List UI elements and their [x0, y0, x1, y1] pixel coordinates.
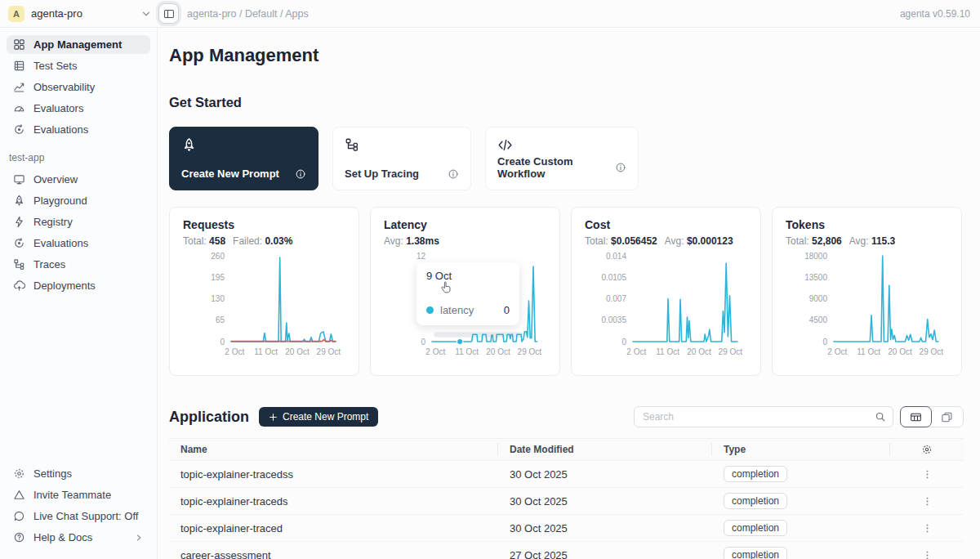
sidebar-item-settings[interactable]: Settings	[7, 464, 150, 483]
svg-text:29 Oct: 29 Oct	[920, 347, 944, 356]
table-row[interactable]: topic-explainer-traced 30 Oct 2025 compl…	[169, 515, 964, 542]
table-row[interactable]: career-assessment 27 Oct 2025 completion	[169, 542, 964, 559]
sidebar-item-overview[interactable]: Overview	[7, 170, 150, 189]
column-settings	[890, 443, 964, 456]
svg-text:29 Oct: 29 Oct	[518, 347, 542, 356]
application-title: Application	[169, 409, 249, 426]
info-icon[interactable]	[615, 162, 626, 173]
sidebar-item-observability[interactable]: Observability	[7, 78, 150, 96]
code-icon	[497, 137, 626, 153]
sidebar-item-help-docs[interactable]: Help & Docs	[7, 528, 150, 547]
sidebar-toggle-button[interactable]	[158, 3, 179, 24]
create-new-prompt-card[interactable]: Create New Prompt	[169, 127, 318, 190]
arrows-clockwise-icon	[13, 123, 25, 136]
app-name[interactable]: topic-explainer-tracedss	[169, 468, 498, 481]
applications-table: Name Date Modified Type topic-explainer-…	[169, 438, 964, 559]
chart-stats: Total: 458Failed: 0.03%	[183, 235, 345, 247]
column-header-type[interactable]: Type	[712, 443, 890, 456]
kebab-menu-icon[interactable]	[922, 496, 933, 507]
sidebar-item-label: Invite Teammate	[33, 489, 111, 501]
table-view-icon	[910, 411, 922, 423]
requests-line-chart[interactable]: 2601951306502 Oct11 Oct20 Oct29 Oct	[183, 253, 347, 359]
search-box	[634, 406, 893, 427]
sidebar-footer: Settings Invite Teammate Live Chat Suppo…	[7, 464, 150, 549]
lightning-icon	[13, 216, 25, 228]
create-custom-workflow-card[interactable]: Create Custom Workflow	[485, 127, 639, 190]
create-new-prompt-button[interactable]: Create New Prompt	[259, 407, 378, 427]
sidebar-item-playground[interactable]: Playground	[7, 191, 150, 210]
set-up-tracing-card[interactable]: Set Up Tracing	[332, 127, 471, 190]
workspace-selector[interactable]: A agenta-pro	[0, 6, 152, 22]
svg-text:29 Oct: 29 Oct	[719, 347, 743, 356]
svg-text:0.0035: 0.0035	[601, 315, 626, 324]
cost-line-chart[interactable]: 0.0140.01050.0070.003502 Oct11 Oct20 Oct…	[585, 253, 749, 359]
chart-title: Latency	[384, 218, 546, 231]
column-header-date-modified[interactable]: Date Modified	[498, 443, 712, 456]
cloud-upload-icon	[13, 280, 25, 292]
svg-text:11 Oct: 11 Oct	[254, 347, 278, 356]
sidebar-item-label: Registry	[33, 216, 73, 228]
breadcrumb[interactable]: agenta-pro / Default / Apps	[187, 8, 309, 20]
row-menu[interactable]	[890, 550, 964, 559]
sidebar-item-live-chat[interactable]: Live Chat Support: Off	[7, 507, 150, 525]
app-name[interactable]: career-assessment	[169, 549, 498, 559]
sidebar-item-test-sets[interactable]: Test Sets	[7, 56, 150, 75]
rocket-icon	[13, 195, 25, 207]
info-icon[interactable]	[295, 168, 306, 180]
app-name[interactable]: topic-explainer-traceds	[169, 495, 498, 508]
search-input[interactable]	[641, 410, 875, 423]
workspace-avatar: A	[8, 6, 24, 22]
sidebar-item-label: Playground	[33, 195, 87, 207]
view-toggle	[900, 406, 964, 427]
table-header: Name Date Modified Type	[169, 438, 964, 461]
search-icon[interactable]	[875, 411, 886, 423]
sidebar-item-invite-teammate[interactable]: Invite Teammate	[7, 485, 150, 504]
chart-title: Requests	[183, 218, 345, 231]
table-view-button[interactable]	[900, 406, 932, 427]
kebab-menu-icon[interactable]	[922, 523, 933, 534]
hand-cursor-icon	[439, 281, 453, 295]
gear-icon[interactable]	[921, 444, 933, 455]
sidebar-item-evaluations-app[interactable]: Evaluations	[7, 234, 150, 253]
sidebar-item-label: Settings	[33, 467, 72, 480]
kebab-menu-icon[interactable]	[922, 469, 933, 480]
sidebar-group-label: test-app	[9, 152, 150, 163]
tokens-chart-card: Tokens Total: 52,806Avg: 115.3 180001350…	[772, 207, 962, 376]
gear-icon	[13, 467, 25, 480]
sidebar-item-app-management[interactable]: App Management	[7, 35, 150, 54]
sidebar-item-traces[interactable]: Traces	[7, 255, 150, 274]
sidebar-item-evaluations[interactable]: Evaluations	[7, 120, 150, 139]
kebab-menu-icon[interactable]	[922, 550, 933, 559]
app-name[interactable]: topic-explainer-traced	[169, 522, 498, 534]
svg-text:12: 12	[416, 253, 426, 261]
chart-tooltip: 9 Oct latency 0	[416, 262, 519, 325]
date-modified: 27 Oct 2025	[498, 549, 712, 559]
tooltip-value: 0	[504, 304, 510, 316]
sidebar-item-registry[interactable]: Registry	[7, 212, 150, 231]
svg-text:9000: 9000	[809, 294, 828, 303]
grid-icon	[13, 38, 25, 51]
get-started-title: Get Started	[169, 94, 964, 110]
table-row[interactable]: topic-explainer-tracedss 30 Oct 2025 com…	[169, 461, 964, 488]
row-menu[interactable]	[890, 523, 964, 534]
sidebar-item-evaluators[interactable]: Evaluators	[7, 99, 150, 118]
svg-text:11 Oct: 11 Oct	[656, 347, 679, 356]
sidebar-item-deployments[interactable]: Deployments	[7, 276, 150, 295]
svg-text:0.0105: 0.0105	[601, 273, 626, 282]
sidebar-item-label: Overview	[33, 173, 78, 186]
tokens-line-chart[interactable]: 18000135009000450002 Oct11 Oct20 Oct29 O…	[786, 253, 950, 359]
chevron-right-icon	[134, 533, 144, 543]
row-menu[interactable]	[890, 469, 964, 480]
row-menu[interactable]	[890, 496, 964, 507]
svg-text:130: 130	[211, 294, 225, 303]
gauge-icon	[13, 102, 25, 114]
column-header-name[interactable]: Name	[169, 443, 498, 456]
svg-text:65: 65	[216, 315, 225, 324]
svg-text:0: 0	[421, 338, 425, 347]
trend-line-icon	[13, 81, 25, 93]
table-row[interactable]: topic-explainer-traceds 30 Oct 2025 comp…	[169, 488, 964, 515]
svg-text:0.014: 0.014	[606, 253, 626, 261]
info-icon[interactable]	[448, 168, 459, 180]
svg-text:195: 195	[211, 273, 225, 282]
card-view-button[interactable]	[931, 407, 963, 427]
